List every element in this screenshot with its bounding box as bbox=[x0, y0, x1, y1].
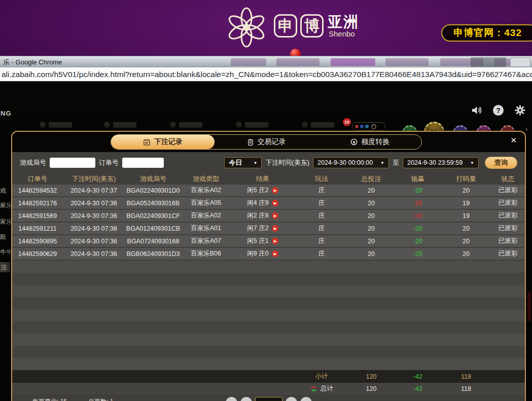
preset-value: 今日 bbox=[229, 158, 242, 167]
cell-play: 庄 bbox=[295, 210, 348, 222]
sidebar-menu-fragment[interactable]: 殿 bbox=[0, 232, 11, 242]
tab-transaction-records[interactable]: 交易记录 bbox=[215, 135, 318, 149]
cell-status: 已派彩 bbox=[491, 248, 525, 260]
cell-round: BGA022409301D0 bbox=[125, 185, 182, 196]
magnifier-icon[interactable] bbox=[371, 124, 376, 129]
replay-icon[interactable]: ▶ bbox=[272, 212, 278, 219]
cell-turnover: 19 bbox=[441, 210, 491, 222]
chips-scroll-arrow[interactable]: › bbox=[525, 125, 527, 133]
empty-row bbox=[12, 321, 525, 334]
prev-page-button[interactable]: ‹ bbox=[240, 397, 252, 401]
cell-result: 闲5 庄2▶ bbox=[230, 185, 295, 196]
replay-icon[interactable]: ▶ bbox=[272, 225, 278, 232]
date-to-select[interactable]: 2024-9-30 23:59:59 ▼ bbox=[403, 157, 479, 168]
logo-char-1: 申 bbox=[278, 16, 293, 37]
table-body: 144825945322024-9-30 07:37BGA022409301D0… bbox=[12, 185, 525, 260]
url-bar[interactable]: ali.zabaih.com/h5V01/pc/index.html?retur… bbox=[0, 67, 532, 83]
total-bet: 120 bbox=[348, 383, 395, 394]
cell-status: 已派彩 bbox=[491, 185, 525, 196]
empty-row bbox=[12, 261, 525, 273]
window-controls[interactable] bbox=[471, 57, 506, 67]
url-text: ali.zabaih.com/h5V01/pc/index.html?retur… bbox=[2, 70, 532, 79]
dimmed-game-nav bbox=[104, 122, 136, 128]
cell-turnover: 20 bbox=[441, 223, 491, 234]
cell-play: 庄 bbox=[295, 235, 348, 247]
cell-result: 闲5 庄1▶ bbox=[230, 235, 295, 247]
cell-round: BGA012409301CB bbox=[125, 223, 182, 234]
cell-order: 14482590629 bbox=[12, 248, 63, 260]
chevron-down-icon: ▼ bbox=[380, 161, 384, 165]
coin-transfer-icon: $ bbox=[350, 138, 358, 146]
cell-status: 已派彩 bbox=[491, 223, 525, 234]
cell-bet: 20 bbox=[348, 210, 395, 222]
empty-row bbox=[12, 297, 525, 309]
table-row: 144825906292024-9-30 07:36BGB062409301D3… bbox=[12, 248, 525, 260]
range-preset-select[interactable]: 今日 ▼ bbox=[224, 157, 262, 168]
sidebar-menu-fragment[interactable]: 牛牛 bbox=[0, 247, 11, 257]
subtotal-label: 小计 bbox=[295, 370, 348, 383]
cell-type: 百家乐A01 bbox=[182, 223, 230, 234]
cell-bet: 20 bbox=[348, 197, 395, 209]
dimmed-nav-item bbox=[385, 58, 429, 66]
cell-status: 已派彩 bbox=[491, 197, 525, 209]
dimmed-nav-item bbox=[276, 58, 320, 66]
cell-type: 百家乐A02 bbox=[182, 210, 230, 222]
date-to-value: 2024-9-30 23:59:59 bbox=[407, 159, 463, 166]
cell-status: 已派彩 bbox=[491, 210, 525, 222]
official-site-badge[interactable]: 申博官网：432 bbox=[441, 24, 532, 42]
sidebar-menu-fragment[interactable]: 戏 bbox=[0, 186, 11, 196]
cell-time: 2024-9-30 07:36 bbox=[63, 210, 125, 222]
cell-time: 2024-9-30 07:36 bbox=[63, 235, 125, 247]
help-icon[interactable]: ? bbox=[493, 105, 504, 116]
sidebar-menu-fragment[interactable]: 家乐 bbox=[0, 200, 11, 210]
pages-text: 总页数: 1 bbox=[88, 397, 113, 401]
replay-icon[interactable]: ▶ bbox=[272, 238, 278, 244]
search-button[interactable]: 查询 bbox=[485, 157, 517, 169]
replay-icon[interactable]: ▶ bbox=[272, 187, 278, 194]
tab-quota-transfer[interactable]: $ 额度转换 bbox=[318, 135, 421, 149]
game-round-input[interactable] bbox=[50, 158, 95, 168]
roadmap-dots bbox=[352, 122, 385, 131]
cell-bet: 20 bbox=[348, 223, 395, 234]
total-row: 总计 120 -42 118 bbox=[12, 383, 525, 394]
settings-gear-icon[interactable] bbox=[514, 104, 526, 116]
subtotal-bet: 120 bbox=[348, 370, 395, 383]
ledger-icon bbox=[143, 138, 151, 146]
screen: 申 博 亚洲 Shenbo 申博官网：432 乐 - Google Chrome… bbox=[0, 0, 532, 401]
sidebar-menu-fragment[interactable]: 家乐 bbox=[0, 216, 11, 227]
cell-order: 14482591211 bbox=[12, 223, 63, 234]
tab-label: 额度转换 bbox=[362, 137, 390, 147]
date-from-select[interactable]: 2024-9-30 00:00:00 ▼ bbox=[313, 157, 389, 168]
column-header: 打码量 bbox=[441, 173, 491, 185]
table-row: 144825912112024-9-30 07:36BGA012409301CB… bbox=[12, 223, 525, 234]
next-page-button[interactable]: › bbox=[286, 397, 297, 401]
table-row: 144825908952024-9-30 07:36BGA07240930168… bbox=[12, 235, 525, 247]
browser-titlebar: 乐 - Google Chrome bbox=[0, 56, 532, 67]
window-close-button[interactable] bbox=[510, 57, 530, 67]
first-page-button[interactable]: « bbox=[226, 397, 237, 401]
dimmed-nav-item bbox=[331, 58, 375, 66]
cell-round: BGB062409301D3 bbox=[125, 248, 182, 260]
swap-icon[interactable] bbox=[310, 385, 317, 392]
cell-turnover: 20 bbox=[441, 248, 491, 260]
date-from-value: 2024-9-30 00:00:00 bbox=[317, 159, 373, 166]
cell-play: 庄 bbox=[295, 197, 348, 209]
close-icon[interactable]: ✕ bbox=[510, 136, 517, 144]
sidebar-menu-fragment[interactable]: 注 bbox=[0, 262, 10, 272]
table-row: 144825945322024-9-30 07:37BGA022409301D0… bbox=[12, 185, 525, 196]
cell-bet: 20 bbox=[348, 235, 395, 247]
replay-icon[interactable]: ▶ bbox=[272, 200, 278, 206]
cell-turnover: 19 bbox=[441, 197, 491, 209]
replay-icon[interactable]: ▶ bbox=[272, 250, 278, 257]
game-toolbar: ? bbox=[471, 104, 526, 116]
cell-winloss: -20 bbox=[395, 185, 441, 196]
order-no-input[interactable] bbox=[122, 158, 164, 168]
cell-order: 14482591569 bbox=[12, 210, 63, 222]
tab-label: 下注记录 bbox=[154, 137, 183, 147]
tab-bet-records[interactable]: 下注记录 bbox=[111, 135, 215, 149]
volume-icon[interactable] bbox=[471, 104, 482, 116]
cell-play: 庄 bbox=[295, 248, 348, 260]
game-round-label: 游戏局号 bbox=[20, 158, 46, 167]
last-page-button[interactable]: » bbox=[300, 397, 312, 401]
chevron-down-icon: ▼ bbox=[470, 161, 474, 165]
